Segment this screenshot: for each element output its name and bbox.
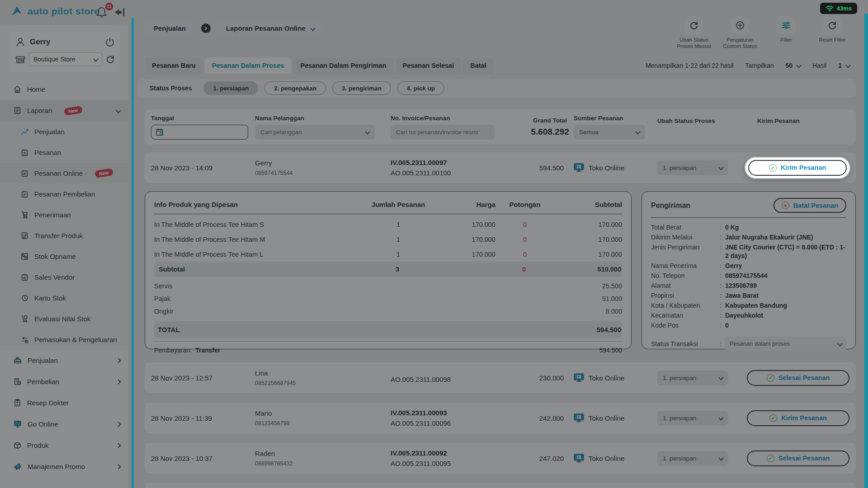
vendor-notebook-icon — [21, 273, 28, 281]
col-grand-total-label: Grand Total — [526, 117, 574, 124]
tab-pesanan-dalam-proses[interactable]: Pesanan Dalam Proses — [205, 57, 292, 74]
sidebar-item-pesanan-online[interactable]: Pesanan Online New — [0, 163, 128, 183]
chevron-down-icon — [718, 415, 723, 420]
order-row-lina[interactable]: 28 Nov 2023 - 12:57 Lina 0852156687945 A… — [145, 362, 856, 393]
source-filter-select[interactable]: Semua — [574, 125, 645, 140]
online-order-icon — [21, 169, 28, 177]
sidebar-item-produk[interactable]: Produk — [0, 435, 128, 456]
plus-circle-icon — [731, 16, 750, 34]
chevron-right-icon — [116, 379, 121, 384]
sidebar-item-penerimaan[interactable]: Penerimaan — [0, 204, 128, 225]
go-online-monitor-icon — [14, 420, 22, 428]
breadcrumb-penjualan[interactable]: Penjualan — [145, 20, 195, 36]
filter-button[interactable]: Filter — [767, 16, 806, 50]
chip-pengiriman[interactable]: 3. pengiriman — [332, 81, 391, 95]
chip-pengepakan[interactable]: 2. pengepakan — [264, 81, 326, 95]
fee-row-servis: Servis 25.500 — [154, 280, 622, 292]
order-detail-panel: Info Produk yang Dipesan Jumlah Pesanan … — [145, 191, 856, 349]
sidebar-item-stok-opname[interactable]: Stok Opname — [0, 246, 128, 267]
order-number: AO.005.2311.00100 — [391, 169, 526, 177]
order-source: Toko Online — [574, 163, 657, 172]
date-filter-input[interactable] — [151, 125, 248, 140]
order-row-raden[interactable]: 28 Nov 2023 - 10:37 Raden 088998765432 I… — [145, 443, 856, 474]
page-size-select[interactable]: 50 — [786, 62, 801, 69]
status-select[interactable]: 1. persiapan — [657, 160, 728, 175]
sidebar-item-pemasukan-pengeluaran[interactable]: Pemasukan & Pengeluaran — [0, 329, 128, 350]
sidebar-item-transfer-produk[interactable]: Transfer Produk — [0, 225, 128, 246]
next-order-row-partial — [145, 483, 856, 488]
tab-batal[interactable]: Batal — [463, 57, 493, 74]
selesai-pesanan-button[interactable]: ✓ Selesai Pesanan — [747, 450, 849, 466]
sidebar-item-resep-dokter[interactable]: Resep Dokter — [0, 392, 128, 413]
sidebar-item-sales-vendor[interactable]: Sales Vendor — [0, 267, 128, 287]
chevron-down-icon — [796, 63, 801, 68]
network-latency-indicator: 43ms — [820, 3, 857, 14]
product-row: In The Middle of Process Tee Hitam L 1 1… — [154, 247, 622, 262]
sidebar-item-penjualan-laporan[interactable]: Penjualan — [0, 121, 128, 142]
col-sumber-label: Sumber Pesanan — [574, 115, 657, 122]
kirim-pesanan-button[interactable]: ✓ Kirim Pesanan — [747, 410, 849, 426]
page-select[interactable]: 1 — [838, 62, 850, 69]
logout-power-icon[interactable] — [105, 37, 115, 47]
cashflow-arrows-icon — [21, 336, 28, 343]
product-info-card: Info Produk yang Dipesan Jumlah Pesanan … — [145, 191, 632, 349]
sidebar: Gerry Boutique Store — [0, 25, 128, 488]
chevron-down-icon — [718, 165, 723, 170]
customer-phone: 085974175544 — [255, 170, 391, 176]
batal-pesanan-button[interactable]: × Batal Pesanan — [774, 198, 846, 213]
sidebar-item-pesanan-pembelian[interactable]: Pesanan Pembelian — [0, 183, 128, 204]
invoice-search-input[interactable] — [391, 125, 495, 140]
check-circle-icon: ✓ — [767, 455, 774, 462]
sidebar-item-kartu-stok[interactable]: Kartu Stok — [0, 287, 128, 308]
order-row-mario[interactable]: 28 Nov 2023 - 11:39 Mario 08123456798 IV… — [145, 403, 856, 433]
sidebar-item-go-online[interactable]: Go Online — [0, 413, 128, 435]
chevron-right-icon — [116, 443, 121, 448]
bulk-status-button[interactable]: Ubah Status Proses Massal — [675, 16, 713, 50]
check-circle-icon: ✓ — [769, 414, 777, 422]
tab-pesanan-selesai[interactable]: Pesanan Selesai — [396, 57, 462, 74]
order-notebook-icon — [21, 149, 28, 156]
page-scrollbar[interactable] — [864, 14, 868, 488]
chip-pickup[interactable]: 4. pick up — [397, 81, 444, 95]
custom-status-button[interactable]: Pengaturan Custom Status — [721, 16, 760, 50]
status-select[interactable]: 1. persiapan — [657, 451, 728, 466]
selesai-pesanan-button[interactable]: ✓ Selesai Pesanan — [747, 370, 849, 386]
transaction-status-select[interactable]: Pesanan dalam proses — [725, 337, 846, 351]
cancel-circle-icon: × — [782, 202, 789, 209]
refresh-store-icon[interactable] — [106, 55, 115, 64]
status-select[interactable]: 1. persiapan — [657, 371, 728, 385]
sidebar-item-pembelian[interactable]: Pembelian — [0, 371, 128, 392]
show-label: Tampilkan — [745, 62, 774, 69]
sidebar-menu: Home Laporan New Penjualan Pesanan — [0, 79, 128, 477]
customer-search-select[interactable]: Cari pelanggan — [255, 125, 375, 140]
subtotal-header: Subtotal — [554, 201, 622, 208]
reset-filter-button[interactable]: Reset Filter — [813, 16, 852, 50]
latency-value: 43ms — [837, 5, 852, 12]
order-row-gerry[interactable]: 28 Nov 2023 - 14:09 Gerry 085974175544 I… — [145, 152, 856, 183]
collapse-sidebar-button[interactable] — [114, 6, 126, 20]
notifications-button[interactable]: 11 — [96, 5, 109, 19]
tab-pesanan-dalam-pengiriman[interactable]: Pesanan Dalam Pengiriman — [293, 57, 393, 74]
status-proses-label: Status Proses — [150, 84, 192, 92]
calendar-icon — [156, 128, 164, 136]
store-selector[interactable]: Boutique Store — [29, 52, 102, 66]
col-kirim-pesanan-label: Kirim Pesanan — [757, 117, 849, 124]
status-select[interactable]: 1. persiapan — [657, 411, 728, 426]
breadcrumb-laporan-pesanan-online[interactable]: Laporan Pesanan Online — [217, 20, 324, 36]
new-badge: New — [64, 106, 83, 116]
sidebar-item-evaluasi-nilai-stok[interactable]: Evaluasi Nilai Stok — [0, 308, 128, 329]
tab-pesanan-baru[interactable]: Pesanan Baru — [145, 57, 203, 74]
kirim-pesanan-button[interactable]: ✓ Kirim Pesanan — [748, 160, 847, 176]
online-store-monitor-icon — [574, 373, 584, 382]
shelf-icon — [21, 253, 28, 260]
sidebar-item-pesanan[interactable]: Pesanan — [0, 142, 128, 163]
notification-count-badge: 11 — [105, 3, 113, 10]
sidebar-item-manajemen-promo[interactable]: Manajemen Promo — [0, 456, 128, 477]
sidebar-item-penjualan[interactable]: Penjualan — [0, 350, 128, 371]
promo-megaphone-icon — [14, 463, 22, 470]
sidebar-item-home[interactable]: Home — [0, 79, 128, 100]
chevron-down-icon — [718, 455, 723, 460]
chip-persiapan[interactable]: 1. persiapan — [203, 81, 258, 95]
chevron-down-icon — [310, 26, 315, 31]
sidebar-item-laporan[interactable]: Laporan New — [0, 100, 128, 121]
